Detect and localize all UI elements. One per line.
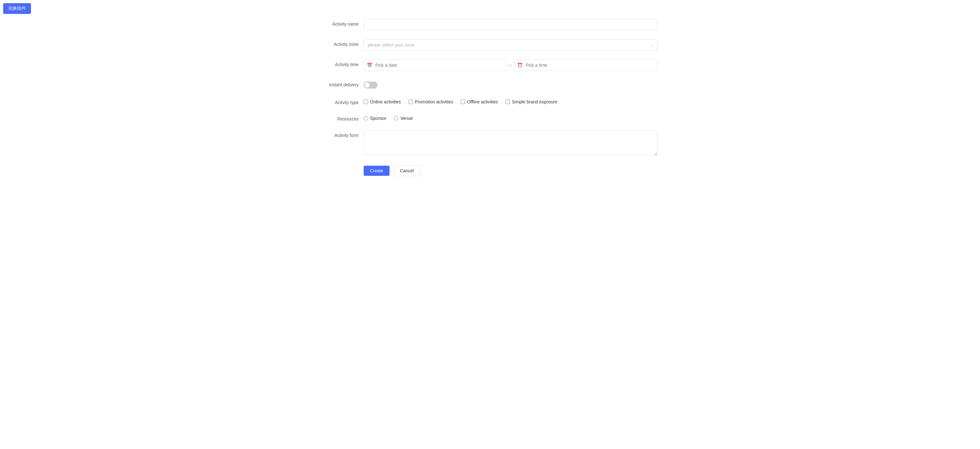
activity-type-checkbox-group: Online activities Promotion activities O… — [364, 97, 657, 104]
radio-sponsor-input[interactable] — [364, 116, 368, 120]
checkbox-promotion-input[interactable] — [409, 100, 413, 104]
activity-zone-select-wrapper: please select your zone Zone 1 Zone 2 Zo… — [364, 39, 657, 51]
resources-field: Sponsor Venue — [364, 114, 657, 121]
resources-label: Resources — [323, 114, 364, 121]
radio-venue[interactable]: Venue — [394, 116, 413, 121]
create-button[interactable]: Create — [364, 166, 390, 176]
resources-radio-group: Sponsor Venue — [364, 114, 657, 121]
checkbox-offline-label: Offline activities — [467, 99, 498, 104]
activity-zone-label: Activity zone — [323, 39, 364, 47]
activity-type-row: Activity type Online activities Promotio… — [323, 97, 657, 105]
clock-icon: ⏰ — [517, 62, 523, 68]
instant-delivery-field — [364, 80, 657, 88]
datetime-row: 📅 - ⏰ — [364, 59, 657, 71]
activity-time-row: Activity time 📅 - ⏰ — [323, 59, 657, 71]
checkbox-simple-brand-input[interactable] — [506, 100, 510, 104]
radio-venue-input[interactable] — [394, 116, 398, 120]
instant-delivery-toggle[interactable] — [364, 81, 377, 88]
activity-zone-field: please select your zone Zone 1 Zone 2 Zo… — [364, 39, 657, 51]
checkbox-promotion-label: Promotion activities — [415, 99, 453, 104]
activity-form-textarea[interactable] — [364, 130, 657, 155]
form-container: Activity name Activity zone please selec… — [316, 0, 664, 189]
activity-type-label: Activity type — [323, 97, 364, 105]
activity-name-field — [364, 19, 657, 30]
activity-form-row: Activity form — [323, 130, 657, 157]
checkbox-online-activities[interactable]: Online activities — [364, 99, 401, 104]
activity-form-field — [364, 130, 657, 157]
time-picker-input[interactable] — [514, 59, 657, 71]
date-picker-input[interactable] — [364, 59, 507, 71]
checkbox-offline-activities[interactable]: Offline activities — [461, 99, 498, 104]
toggle-slider — [364, 81, 377, 88]
time-picker-wrapper: ⏰ — [514, 59, 657, 71]
button-row: Create Cancel — [364, 165, 657, 176]
checkbox-online-label: Online activities — [370, 99, 401, 104]
activity-type-field: Online activities Promotion activities O… — [364, 97, 657, 104]
activity-name-label: Activity name — [323, 19, 364, 27]
activity-time-field: 📅 - ⏰ — [364, 59, 657, 71]
switch-component-button[interactable]: 切换组件 — [3, 3, 31, 14]
date-picker-wrapper: 📅 — [364, 59, 507, 71]
calendar-icon: 📅 — [367, 62, 372, 68]
radio-venue-label: Venue — [400, 116, 413, 121]
instant-delivery-label: Instant delivery — [323, 80, 364, 87]
activity-name-input[interactable] — [364, 19, 657, 30]
radio-sponsor[interactable]: Sponsor — [364, 116, 387, 121]
date-time-dash: - — [509, 62, 511, 68]
checkbox-promotion-activities[interactable]: Promotion activities — [409, 99, 453, 104]
activity-zone-select[interactable]: please select your zone Zone 1 Zone 2 Zo… — [364, 39, 657, 51]
activity-time-label: Activity time — [323, 59, 364, 67]
activity-zone-row: Activity zone please select your zone Zo… — [323, 39, 657, 51]
activity-name-row: Activity name — [323, 19, 657, 30]
checkbox-simple-brand[interactable]: Simple brand exposure — [506, 99, 557, 104]
activity-form-label: Activity form — [323, 130, 364, 138]
instant-delivery-row: Instant delivery — [323, 80, 657, 88]
checkbox-simple-brand-label: Simple brand exposure — [512, 99, 557, 104]
resources-row: Resources Sponsor Venue — [323, 114, 657, 121]
checkbox-offline-input[interactable] — [461, 100, 465, 104]
radio-sponsor-label: Sponsor — [370, 116, 387, 121]
cancel-button[interactable]: Cancel — [393, 165, 420, 176]
checkbox-online-input[interactable] — [364, 100, 368, 104]
